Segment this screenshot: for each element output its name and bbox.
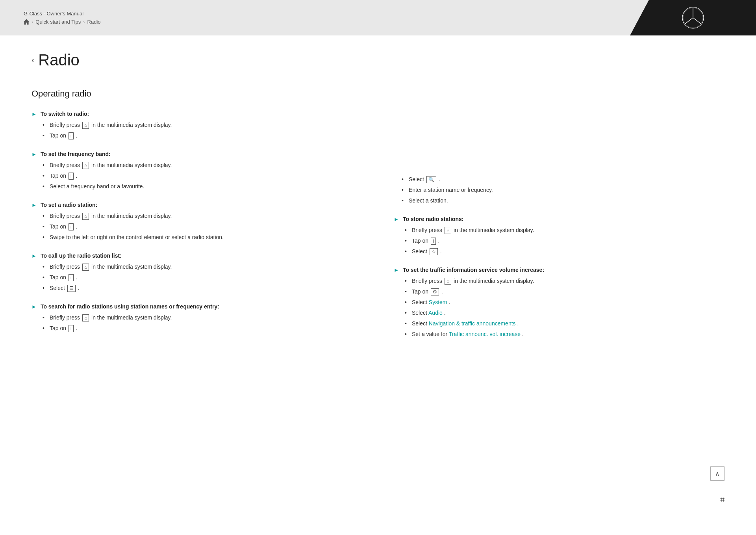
- section-title: Operating radio: [32, 89, 362, 99]
- arrow-icon: ►: [394, 216, 399, 222]
- step-suffix: .: [76, 325, 78, 331]
- settings-button-icon: ⚙: [431, 288, 439, 295]
- step-suffix: .: [444, 310, 446, 316]
- step-item: Select Navigation & traffic announcement…: [405, 320, 724, 328]
- home-button-icon: ⌂: [82, 122, 89, 129]
- step-text: Briefly press: [50, 122, 82, 128]
- list-button-icon: ☰: [67, 285, 76, 292]
- step-suffix: .: [440, 248, 442, 254]
- step-suffix: .: [439, 176, 440, 182]
- instruction-steps: Briefly press ⌂ in the multimedia system…: [394, 277, 724, 338]
- instruction-header: ► To set the traffic information service…: [394, 267, 724, 273]
- instruction-steps: Briefly press ⌂ in the multimedia system…: [32, 263, 362, 292]
- step-suffix: .: [517, 320, 519, 327]
- breadcrumb-item-1[interactable]: Quick start and Tips: [35, 19, 81, 25]
- instruction-header: ► To search for radio stations using sta…: [32, 303, 362, 310]
- home-button-icon: ⌂: [82, 213, 89, 220]
- home-button-icon: ⌂: [82, 314, 89, 321]
- top-bullet-list: Select 🔍 . Enter a station name or frequ…: [394, 175, 724, 205]
- i-button-icon: i: [69, 325, 74, 332]
- instruction-set-radio-station: ► To set a radio station: Briefly press …: [32, 202, 362, 241]
- arrow-icon: ►: [32, 304, 37, 310]
- home-button-icon: ⌂: [82, 162, 89, 169]
- step-item: Select Audio .: [405, 309, 724, 317]
- instruction-steps: Briefly press ⌂ in the multimedia system…: [32, 212, 362, 241]
- instruction-steps: Briefly press ⌂ in the multimedia system…: [32, 121, 362, 140]
- bullet-item: Select 🔍 .: [402, 175, 724, 184]
- step-text: Briefly press: [50, 213, 82, 219]
- left-column: Operating radio ► To switch to radio: Br…: [32, 89, 362, 349]
- step-text: Select: [409, 176, 426, 182]
- step-text: Select: [412, 299, 429, 305]
- step-suffix: .: [448, 299, 450, 305]
- scroll-top-button[interactable]: ∧: [710, 466, 724, 481]
- step-text: Briefly press: [412, 227, 444, 233]
- audio-link[interactable]: Audio: [428, 310, 443, 316]
- instruction-header: ► To switch to radio:: [32, 111, 362, 117]
- step-text: Select a frequency band or a favourite.: [50, 183, 144, 189]
- step-suffix: in the multimedia system display.: [91, 264, 172, 270]
- step-suffix: .: [522, 331, 524, 337]
- breadcrumb-sep-2: ›: [83, 19, 85, 25]
- instruction-title: To set the traffic information service v…: [403, 267, 544, 273]
- step-item: Briefly press ⌂ in the multimedia system…: [43, 314, 362, 322]
- instruction-title: To switch to radio:: [41, 111, 89, 117]
- header-left: G-Class - Owner's Manual › Quick start a…: [24, 11, 101, 25]
- star-button-icon: ☆: [430, 248, 438, 255]
- step-text: Tap on: [50, 132, 68, 139]
- scroll-top-icon: ∧: [715, 470, 720, 477]
- main-content: ‹ Radio Operating radio ► To switch to r…: [0, 35, 756, 528]
- step-item: Tap on i .: [43, 223, 362, 231]
- instruction-title: To store radio stations:: [403, 216, 464, 222]
- step-suffix: .: [441, 288, 443, 295]
- step-item: Swipe to the left or right on the contro…: [43, 233, 362, 241]
- home-icon[interactable]: [24, 19, 29, 25]
- step-suffix: .: [78, 285, 80, 291]
- step-text: Select: [412, 310, 428, 316]
- page-title: Radio: [38, 51, 80, 69]
- step-suffix: .: [76, 223, 78, 230]
- step-text: Select: [412, 248, 429, 254]
- step-text: Select: [50, 285, 67, 291]
- step-text: Briefly press: [50, 264, 82, 270]
- nav-traffic-link[interactable]: Navigation & traffic announcements: [429, 320, 516, 327]
- back-button[interactable]: ‹: [32, 55, 34, 65]
- step-suffix: in the multimedia system display.: [91, 213, 172, 219]
- mercedes-benz-logo: [681, 6, 705, 30]
- step-suffix: .: [76, 132, 78, 139]
- arrow-icon: ►: [32, 253, 37, 259]
- i-button-icon: i: [69, 274, 74, 281]
- system-link[interactable]: System: [429, 299, 447, 305]
- step-item: Select a frequency band or a favourite.: [43, 182, 362, 191]
- step-text: Tap on: [50, 325, 68, 331]
- arrow-icon: ►: [32, 151, 37, 157]
- step-suffix: in the multimedia system display.: [91, 122, 172, 128]
- instruction-header: ► To set the frequency band:: [32, 151, 362, 157]
- instruction-station-list: ► To call up the radio station list: Bri…: [32, 253, 362, 292]
- step-item: Tap on i .: [43, 132, 362, 140]
- step-text: Tap on: [50, 274, 68, 281]
- step-text: Briefly press: [412, 278, 444, 284]
- search-button-icon: 🔍: [426, 176, 436, 183]
- bullet-item: Select a station.: [402, 197, 724, 205]
- step-text: Tap on: [50, 173, 68, 179]
- instruction-title: To set a radio station:: [41, 202, 97, 208]
- breadcrumb-item-2: Radio: [87, 19, 101, 25]
- step-suffix: .: [438, 238, 440, 244]
- step-item: Set a value for Traffic announc. vol. in…: [405, 330, 724, 338]
- bullet-item: Enter a station name or frequency.: [402, 186, 724, 194]
- i-button-icon: i: [69, 132, 74, 139]
- step-item: Briefly press ⌂ in the multimedia system…: [43, 161, 362, 169]
- step-item: Briefly press ⌂ in the multimedia system…: [43, 212, 362, 220]
- step-item: Briefly press ⌂ in the multimedia system…: [43, 263, 362, 271]
- instruction-traffic-volume: ► To set the traffic information service…: [394, 267, 724, 338]
- home-button-icon: ⌂: [445, 278, 451, 285]
- instruction-title: To search for radio stations using stati…: [41, 303, 219, 310]
- breadcrumb: › Quick start and Tips › Radio: [24, 19, 101, 25]
- step-text: Tap on: [50, 223, 68, 230]
- step-item: Tap on i .: [43, 172, 362, 180]
- traffic-vol-link[interactable]: Traffic announc. vol. increase: [449, 331, 521, 337]
- bottom-right-icon: ⌗: [720, 495, 724, 504]
- page-header: G-Class - Owner's Manual › Quick start a…: [0, 0, 756, 35]
- i-button-icon: i: [69, 223, 74, 230]
